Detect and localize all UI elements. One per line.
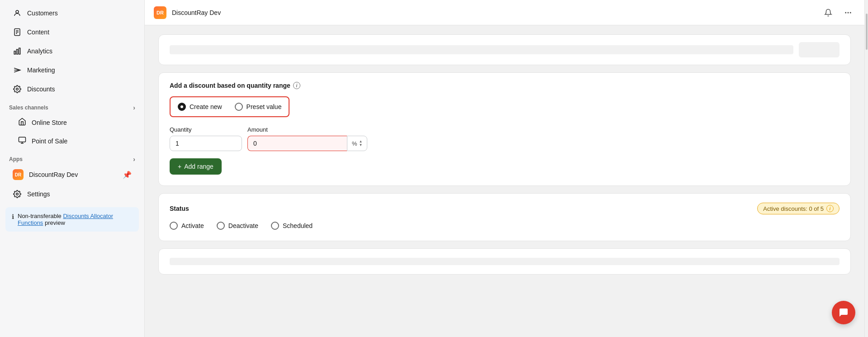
topbar-bell-button[interactable]: [821, 5, 835, 20]
sidebar-item-settings[interactable]: Settings: [4, 185, 141, 203]
radio-group-box: Create new Preset value: [170, 96, 289, 117]
svg-point-11: [845, 12, 846, 13]
sidebar: Customers Content Analytics Marketing: [0, 0, 145, 337]
partial-top-card: [158, 34, 851, 65]
main-area: DR DiscountRay Dev Add a discount based …: [145, 0, 864, 337]
partial-input: [170, 45, 793, 54]
svg-point-8: [16, 88, 19, 90]
svg-rect-7: [19, 48, 20, 54]
topbar: DR DiscountRay Dev: [145, 0, 864, 25]
radio-create-new-label: Create new: [190, 103, 222, 110]
status-header: Status Active discounts: 0 of 5 i: [170, 203, 840, 214]
amount-input-group: % ▲▼: [247, 136, 367, 151]
svg-point-13: [850, 12, 851, 13]
sidebar-content-label: Content: [27, 28, 49, 36]
app-logo-icon: DR: [13, 169, 24, 180]
svg-point-12: [848, 12, 849, 13]
sidebar-item-marketing[interactable]: Marketing: [4, 61, 141, 79]
quantity-label: Quantity: [170, 126, 242, 133]
radio-scheduled-label: Scheduled: [283, 222, 313, 229]
document-icon: [13, 28, 22, 37]
radio-deactivate-label: Deactivate: [228, 222, 258, 229]
info-circle-icon: ℹ: [12, 213, 14, 226]
sidebar-marketing-label: Marketing: [27, 66, 55, 74]
radio-create-new-indicator: [178, 103, 186, 111]
radio-preset-value[interactable]: Preset value: [235, 103, 282, 111]
svg-rect-9: [19, 137, 26, 142]
svg-rect-5: [14, 51, 15, 54]
quantity-range-title: Add a discount based on quantity range i: [170, 82, 840, 89]
amount-input[interactable]: [247, 136, 347, 151]
gear-icon: [13, 85, 22, 94]
sidebar-online-store-label: Online Store: [32, 119, 67, 126]
sidebar-discountray-dev-label: DiscountRay Dev: [29, 171, 78, 178]
sidebar-item-customers[interactable]: Customers: [4, 4, 141, 22]
partial-button: [799, 42, 840, 57]
sidebar-item-discounts[interactable]: Discounts: [4, 80, 141, 98]
person-icon: [13, 9, 22, 18]
svg-point-10: [16, 193, 19, 195]
sales-channels-section[interactable]: Sales channels ›: [0, 99, 144, 113]
sidebar-settings-label: Settings: [27, 190, 50, 198]
active-discounts-badge: Active discounts: 0 of 5 i: [757, 203, 840, 214]
sales-channels-chevron-icon: ›: [133, 104, 135, 111]
active-badge-info-icon[interactable]: i: [826, 205, 834, 212]
radio-activate-label: Activate: [181, 222, 204, 229]
amount-unit-arrows-icon: ▲▼: [359, 140, 363, 147]
sidebar-item-online-store[interactable]: Online Store: [4, 114, 141, 131]
active-badge-text: Active discounts: 0 of 5: [763, 205, 824, 212]
quantity-group: Quantity: [170, 126, 242, 151]
app-item-left: DR DiscountRay Dev: [13, 169, 78, 180]
add-range-plus-icon: +: [178, 163, 181, 170]
right-scrollbar[interactable]: [864, 0, 868, 337]
sidebar-analytics-label: Analytics: [27, 47, 52, 55]
sidebar-pos-label: Point of Sale: [32, 138, 67, 145]
sidebar-item-pos[interactable]: Point of Sale: [4, 132, 141, 150]
topbar-more-button[interactable]: [841, 5, 855, 20]
sidebar-item-content[interactable]: Content: [4, 23, 141, 41]
bottom-partial-card: [158, 248, 851, 275]
status-title: Status: [170, 205, 189, 212]
sidebar-discounts-label: Discounts: [27, 85, 55, 93]
radio-deactivate[interactable]: Deactivate: [217, 222, 258, 230]
svg-point-0: [16, 10, 19, 13]
sidebar-info-box: ℹ Non-transferable Discounts Allocator F…: [5, 207, 139, 232]
quantity-range-info-icon[interactable]: i: [293, 82, 300, 89]
radio-preset-value-label: Preset value: [247, 103, 282, 110]
radio-activate[interactable]: Activate: [170, 222, 204, 230]
sidebar-item-discountray-dev[interactable]: DR DiscountRay Dev 📌: [4, 165, 141, 184]
radio-preset-value-indicator: [235, 103, 243, 111]
sidebar-customers-label: Customers: [27, 9, 58, 17]
amount-label: Amount: [247, 126, 367, 133]
bottom-partial-content: [170, 258, 840, 265]
topbar-title: DiscountRay Dev: [172, 9, 221, 16]
chat-bubble-button[interactable]: [832, 301, 855, 324]
add-range-button[interactable]: + Add range: [170, 158, 222, 175]
status-card: Status Active discounts: 0 of 5 i Activa…: [158, 193, 851, 241]
scrollbar-thumb[interactable]: [866, 14, 868, 50]
info-box-text: Non-transferable Discounts Allocator Fun…: [18, 213, 133, 226]
amount-unit-selector[interactable]: % ▲▼: [347, 136, 367, 151]
amount-group-container: Amount % ▲▼: [247, 126, 367, 151]
store-icon: [18, 118, 26, 127]
pos-icon: [18, 136, 26, 146]
app-pin-icon[interactable]: 📌: [123, 171, 132, 179]
radio-create-new[interactable]: Create new: [178, 103, 222, 111]
sidebar-item-analytics[interactable]: Analytics: [4, 42, 141, 60]
apps-label: Apps: [9, 156, 23, 162]
apps-section[interactable]: Apps ›: [0, 150, 144, 165]
quantity-input[interactable]: [170, 136, 242, 151]
quantity-range-card: Add a discount based on quantity range i…: [158, 72, 851, 186]
settings-gear-icon: [13, 190, 22, 199]
sales-channels-label: Sales channels: [9, 104, 48, 111]
radio-scheduled[interactable]: Scheduled: [271, 222, 313, 230]
radio-activate-indicator: [170, 222, 178, 230]
status-radio-row: Activate Deactivate Scheduled: [170, 222, 840, 230]
chat-icon: [838, 307, 849, 318]
form-row: Quantity Amount % ▲▼: [170, 126, 840, 151]
topbar-logo: DR: [154, 6, 166, 19]
svg-rect-6: [17, 49, 18, 54]
amount-unit-label: %: [352, 140, 357, 147]
apps-chevron-icon: ›: [133, 156, 135, 163]
radio-scheduled-indicator: [271, 222, 279, 230]
